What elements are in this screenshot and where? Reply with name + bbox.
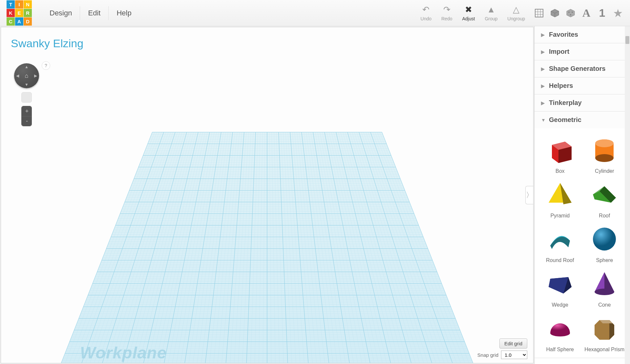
canvas[interactable]: Swanky Elzing ⌂ ▲ ▼ ◀ ▶ ? + - — [1, 27, 534, 363]
accordion-header[interactable]: ▶Helpers — [535, 77, 630, 94]
accordion-header[interactable]: ▶Tinkerplay — [535, 94, 630, 111]
pan-down-icon[interactable]: ▼ — [25, 82, 29, 87]
logo[interactable]: T I N K E R C A D — [7, 0, 32, 26]
accordion-label: Import — [549, 48, 569, 55]
pan-up-icon[interactable]: ▲ — [25, 65, 29, 69]
shape-thumb — [588, 223, 621, 255]
chevron-right-icon: ▶ — [541, 100, 546, 106]
fit-view-button[interactable] — [21, 92, 32, 103]
shape-pyramid[interactable]: Pyramid — [539, 178, 581, 219]
help-button[interactable]: ? — [42, 61, 50, 70]
chevron-right-icon: ▶ — [541, 49, 546, 54]
logo-cell: E — [15, 9, 23, 17]
text-tool-icon[interactable]: A — [581, 8, 592, 19]
shape-label: Half Sphere — [546, 347, 574, 353]
accordion-label: Favorites — [549, 31, 578, 38]
shape-cone[interactable]: Cone — [584, 267, 626, 308]
accordion-header[interactable]: ▼Geometric — [535, 111, 630, 128]
pan-right-icon[interactable]: ▶ — [34, 73, 37, 78]
shape-sphere[interactable]: Sphere — [584, 223, 626, 263]
shape-thumb — [544, 223, 577, 255]
accordion-section-geometric: ▼GeometricBoxCylinderPyramidRoofRound Ro… — [535, 111, 630, 358]
undo-label: Undo — [421, 16, 431, 21]
zoom-controls: + - — [21, 106, 32, 126]
accordion-label: Tinkerplay — [549, 99, 582, 107]
shape-label: Round Roof — [546, 257, 574, 263]
adjust-label: Adjust — [462, 16, 475, 21]
accordion-label: Shape Generators — [549, 65, 605, 72]
accordion-section-helpers: ▶Helpers — [535, 77, 630, 94]
sidebar-toggle[interactable]: 〉 — [525, 186, 533, 204]
shape-label: Cylinder — [595, 168, 614, 174]
accordion-header[interactable]: ▶Shape Generators — [535, 60, 630, 77]
shape-wedge[interactable]: Wedge — [539, 267, 581, 308]
pan-left-icon[interactable]: ◀ — [16, 73, 19, 78]
adjust-button[interactable]: ✖ Adjust — [462, 5, 475, 21]
snap-grid-label: Snap grid — [477, 352, 498, 358]
shapes-grid: BoxCylinderPyramidRoofRound RoofSphereWe… — [535, 128, 630, 358]
shape-round-roof[interactable]: Round Roof — [539, 223, 581, 263]
zoom-in-button[interactable]: + — [22, 106, 32, 116]
menu-edit[interactable]: Edit — [80, 6, 109, 20]
ruler-icon[interactable]: 1 — [597, 8, 608, 19]
group-icon: ▲ — [487, 5, 495, 15]
svg-point-262 — [595, 139, 614, 147]
grid-controls: Edit grid Snap grid 1.0 — [477, 338, 527, 359]
logo-cell: N — [24, 0, 32, 9]
shape-thumb — [588, 267, 621, 300]
snap-grid-select[interactable]: 1.0 — [501, 351, 527, 359]
chevron-right-icon: ▶ — [541, 32, 546, 37]
group-label: Group — [485, 16, 497, 21]
workplane[interactable]: Workplane — [60, 129, 474, 363]
shape-thumb — [588, 312, 621, 345]
edit-grid-button[interactable]: Edit grid — [499, 338, 527, 349]
menu-design[interactable]: Design — [42, 6, 80, 20]
zoom-out-button[interactable]: - — [22, 116, 32, 126]
orbit-control[interactable]: ⌂ ▲ ▼ ◀ ▶ — [14, 63, 39, 88]
shape-label: Cone — [598, 302, 611, 308]
main-area: Swanky Elzing ⌂ ▲ ▼ ◀ ▶ ? + - — [0, 26, 630, 364]
logo-cell: A — [15, 17, 23, 26]
svg-marker-7 — [567, 9, 575, 17]
svg-point-275 — [550, 330, 570, 336]
shape-cylinder[interactable]: Cylinder — [584, 133, 626, 174]
ungroup-label: Ungroup — [507, 16, 525, 21]
group-button[interactable]: ▲ Group — [485, 5, 497, 21]
favorite-icon[interactable]: ★ — [612, 8, 623, 19]
svg-rect-0 — [535, 9, 543, 17]
shape-box[interactable]: Box — [539, 133, 581, 174]
menu-help[interactable]: Help — [109, 6, 139, 20]
accordion-label: Geometric — [549, 116, 581, 124]
logo-cell: C — [7, 17, 15, 26]
shape-thumb — [544, 312, 577, 345]
shape-thumb — [588, 178, 621, 211]
cube-icon[interactable] — [549, 8, 560, 19]
shape-hexagonal-prism[interactable]: Hexagonal Prism — [584, 312, 626, 353]
die-icon[interactable] — [565, 8, 576, 19]
workplane-label: Workplane — [80, 343, 167, 362]
ungroup-icon: △ — [513, 5, 519, 15]
undo-button[interactable]: ↶ Undo — [421, 5, 431, 21]
toolbar-actions: ↶ Undo ↷ Redo ✖ Adjust ▲ Group △ Ungroup — [421, 5, 525, 21]
shape-thumb — [544, 267, 577, 300]
redo-label: Redo — [441, 16, 452, 21]
project-title[interactable]: Swanky Elzing — [11, 37, 83, 50]
shape-label: Roof — [599, 213, 610, 219]
workplane-icon[interactable] — [534, 8, 545, 19]
logo-cell: T — [7, 0, 15, 9]
accordion-header[interactable]: ▶Favorites — [535, 26, 630, 43]
accordion-section-tinkerplay: ▶Tinkerplay — [535, 94, 630, 111]
shape-thumb — [588, 133, 621, 166]
home-icon[interactable]: ⌂ — [25, 72, 29, 79]
svg-point-10 — [570, 14, 571, 15]
shape-half-sphere[interactable]: Half Sphere — [539, 312, 581, 353]
accordion-header[interactable]: ▶Import — [535, 43, 630, 60]
shape-label: Wedge — [552, 302, 568, 308]
shape-roof[interactable]: Roof — [584, 178, 626, 219]
ungroup-button[interactable]: △ Ungroup — [507, 5, 525, 21]
redo-button[interactable]: ↷ Redo — [441, 5, 452, 21]
svg-point-268 — [593, 228, 616, 251]
panel-scrollbar[interactable] — [625, 26, 630, 364]
shape-thumb — [544, 178, 577, 211]
view-navigator: ⌂ ▲ ▼ ◀ ▶ ? + - — [14, 63, 39, 126]
